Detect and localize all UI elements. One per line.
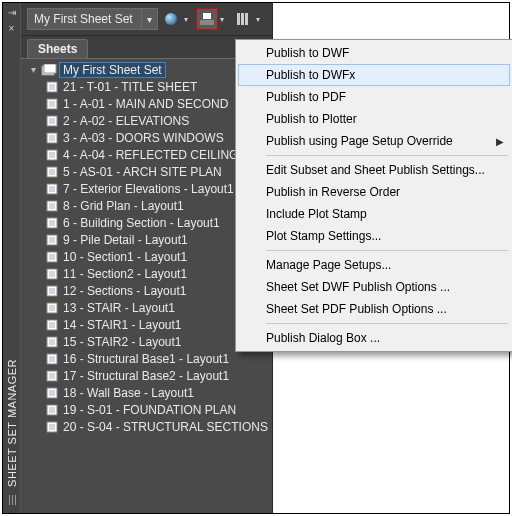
- sheet-label: 16 - Structural Base1 - Layout1: [63, 352, 229, 366]
- chevron-down-icon: ▾: [141, 9, 157, 29]
- collapse-icon[interactable]: ▾: [27, 64, 39, 75]
- sheet-label: 2 - A-02 - ELEVATIONS: [63, 114, 189, 128]
- svg-rect-1: [44, 64, 56, 73]
- publish-context-menu: Publish to DWF Publish to DWFx Publish t…: [235, 39, 512, 352]
- menu-publish-dwf[interactable]: Publish to DWF: [238, 42, 510, 64]
- sheet-label: 19 - S-01 - FOUNDATION PLAN: [63, 403, 236, 417]
- sheet-set-dropdown-value: My First Sheet Set: [28, 12, 141, 26]
- menu-publish-dwfx[interactable]: Publish to DWFx: [238, 64, 510, 86]
- menu-publish-page-setup-override[interactable]: Publish using Page Setup Override ▶: [238, 130, 510, 152]
- app-frame: ⇥ × SHEET SET MANAGER My First Sheet Set…: [2, 2, 510, 514]
- sheet-label: 15 - STAIR2 - Layout1: [63, 335, 182, 349]
- tree-root-label: My First Sheet Set: [59, 62, 166, 78]
- sheet-label: 21 - T-01 - TITLE SHEET: [63, 80, 197, 94]
- sheet-label: 4 - A-04 - REFLECTED CEILING: [63, 148, 238, 162]
- vertical-titlebar: ⇥ × SHEET SET MANAGER: [3, 3, 21, 513]
- sheet-label: 13 - STAIR - Layout1: [63, 301, 175, 315]
- sheet-icon: [45, 352, 61, 366]
- sheet-icon: [45, 403, 61, 417]
- chevron-down-icon: ▾: [253, 9, 263, 29]
- menu-publish-plotter[interactable]: Publish to Plotter: [238, 108, 510, 130]
- sheet-label: 8 - Grid Plan - Layout1: [63, 199, 184, 213]
- view-options-button[interactable]: ▾: [232, 8, 254, 30]
- menu-dwf-publish-options[interactable]: Sheet Set DWF Publish Options ...: [238, 276, 510, 298]
- sheet-icon: [45, 250, 61, 264]
- sheet-icon: [45, 165, 61, 179]
- publish-button[interactable]: ▾: [196, 8, 218, 30]
- sheet-label: 12 - Sections - Layout1: [63, 284, 186, 298]
- chevron-down-icon: ▾: [181, 9, 191, 29]
- sheet-item[interactable]: 16 - Structural Base1 - Layout1: [21, 350, 272, 367]
- sheet-label: 1 - A-01 - MAIN AND SECOND: [63, 97, 228, 111]
- menu-reverse-order[interactable]: Publish in Reverse Order: [238, 181, 510, 203]
- menu-publish-pdf[interactable]: Publish to PDF: [238, 86, 510, 108]
- sheet-icon: [45, 386, 61, 400]
- sheet-icon: [45, 80, 61, 94]
- sheet-label: 18 - Wall Base - Layout1: [63, 386, 194, 400]
- menu-edit-subset-settings[interactable]: Edit Subset and Sheet Publish Settings..…: [238, 159, 510, 181]
- sheet-icon: [45, 233, 61, 247]
- sheet-icon: [45, 369, 61, 383]
- sheet-icon: [45, 420, 61, 434]
- autohide-toggle-icon[interactable]: ⇥: [8, 7, 16, 19]
- sheet-item[interactable]: 20 - S-04 - STRUCTURAL SECTIONS: [21, 418, 272, 435]
- sheet-icon: [45, 148, 61, 162]
- sheet-icon: [45, 131, 61, 145]
- sheet-label: 3 - A-03 - DOORS WINDOWS: [63, 131, 224, 145]
- panel-toolbar: My First Sheet Set ▾ ▾ ▾ ▾: [21, 3, 272, 36]
- drag-handle-icon[interactable]: [6, 493, 18, 507]
- navigate-button[interactable]: ▾: [160, 8, 182, 30]
- sheet-label: 5 - AS-01 - ARCH SITE PLAN: [63, 165, 222, 179]
- menu-separator: [266, 323, 508, 324]
- sheet-icon: [45, 114, 61, 128]
- sheet-label: 6 - Building Section - Layout1: [63, 216, 220, 230]
- menu-manage-page-setups[interactable]: Manage Page Setups...: [238, 254, 510, 276]
- sheet-label: 14 - STAIR1 - Layout1: [63, 318, 182, 332]
- tab-sheets[interactable]: Sheets: [27, 39, 88, 58]
- sheet-icon: [45, 301, 61, 315]
- sheet-item[interactable]: 18 - Wall Base - Layout1: [21, 384, 272, 401]
- sheet-set-dropdown[interactable]: My First Sheet Set ▾: [27, 8, 158, 30]
- sheet-item[interactable]: 17 - Structural Base2 - Layout1: [21, 367, 272, 384]
- menu-pdf-publish-options[interactable]: Sheet Set PDF Publish Options ...: [238, 298, 510, 320]
- sheet-label: 7 - Exterior Elevations - Layout1: [63, 182, 234, 196]
- sheet-icon: [45, 182, 61, 196]
- panel-title: SHEET SET MANAGER: [6, 359, 18, 487]
- sheet-item[interactable]: 19 - S-01 - FOUNDATION PLAN: [21, 401, 272, 418]
- sheet-icon: [45, 97, 61, 111]
- menu-separator: [266, 155, 508, 156]
- submenu-arrow-icon: ▶: [496, 136, 504, 147]
- sheet-icon: [45, 267, 61, 281]
- menu-publish-dialog[interactable]: Publish Dialog Box ...: [238, 327, 510, 349]
- sheet-icon: [45, 284, 61, 298]
- sheet-icon: [45, 216, 61, 230]
- sheet-label: 10 - Section1 - Layout1: [63, 250, 187, 264]
- menu-separator: [266, 250, 508, 251]
- chevron-down-icon: ▾: [217, 9, 227, 29]
- sheet-label: 20 - S-04 - STRUCTURAL SECTIONS: [63, 420, 268, 434]
- close-panel-icon[interactable]: ×: [9, 23, 15, 35]
- sheet-set-icon: [41, 63, 57, 77]
- sheet-icon: [45, 199, 61, 213]
- sheet-icon: [45, 335, 61, 349]
- sheet-icon: [45, 318, 61, 332]
- sheet-label: 9 - Pile Detail - Layout1: [63, 233, 188, 247]
- menu-plot-stamp-settings[interactable]: Plot Stamp Settings...: [238, 225, 510, 247]
- sheet-label: 11 - Section2 - Layout1: [63, 267, 187, 281]
- sheet-label: 17 - Structural Base2 - Layout1: [63, 369, 229, 383]
- menu-include-plot-stamp[interactable]: Include Plot Stamp: [238, 203, 510, 225]
